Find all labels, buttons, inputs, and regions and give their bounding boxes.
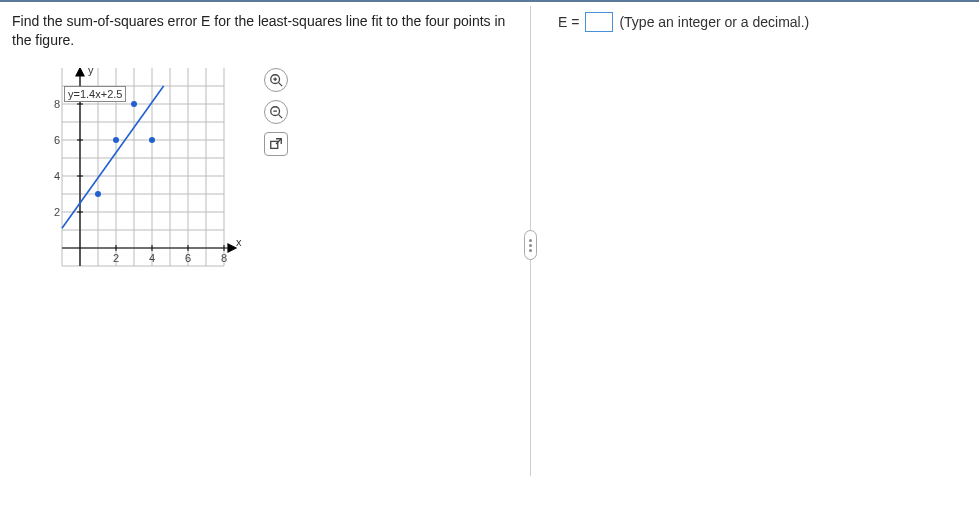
figure-area: y x y=1.4x+2.5 — [40, 68, 340, 288]
y-tick-8: 8 — [54, 98, 60, 110]
x-tick-4: 4 — [149, 252, 155, 264]
question-panel: Find the sum-of-squares error E for the … — [0, 8, 530, 288]
svg-point-26 — [95, 191, 101, 197]
zoom-in-button[interactable] — [264, 68, 288, 92]
top-border — [0, 0, 979, 2]
answer-hint: (Type an integer or a decimal.) — [619, 14, 809, 30]
zoom-out-icon — [269, 105, 283, 119]
svg-line-39 — [279, 82, 283, 86]
svg-marker-24 — [228, 244, 236, 252]
x-tick-6: 6 — [185, 252, 191, 264]
svg-line-43 — [279, 114, 283, 118]
answer-line: E = (Type an integer or a decimal.) — [558, 12, 809, 32]
question-text: Find the sum-of-squares error E for the … — [12, 12, 520, 50]
line-equation: y=1.4x+2.5 — [64, 86, 126, 102]
graph: y x y=1.4x+2.5 — [40, 68, 240, 288]
svg-marker-22 — [76, 68, 84, 76]
figure-tools — [264, 68, 288, 156]
collapse-handle[interactable] — [524, 230, 537, 260]
answer-panel: E = (Type an integer or a decimal.) — [530, 8, 819, 288]
svg-point-27 — [113, 137, 119, 143]
svg-point-28 — [131, 101, 137, 107]
popout-button[interactable] — [264, 132, 288, 156]
x-tick-2: 2 — [113, 252, 119, 264]
answer-input[interactable] — [585, 12, 613, 32]
svg-line-25 — [62, 86, 164, 228]
y-tick-4: 4 — [54, 170, 60, 182]
zoom-in-icon — [269, 73, 283, 87]
y-tick-2: 2 — [54, 206, 60, 218]
zoom-out-button[interactable] — [264, 100, 288, 124]
main-content: Find the sum-of-squares error E for the … — [0, 0, 979, 288]
svg-point-29 — [149, 137, 155, 143]
y-tick-6: 6 — [54, 134, 60, 146]
x-tick-8: 8 — [221, 252, 227, 264]
popout-icon — [269, 137, 283, 151]
answer-prefix: E = — [558, 14, 579, 30]
